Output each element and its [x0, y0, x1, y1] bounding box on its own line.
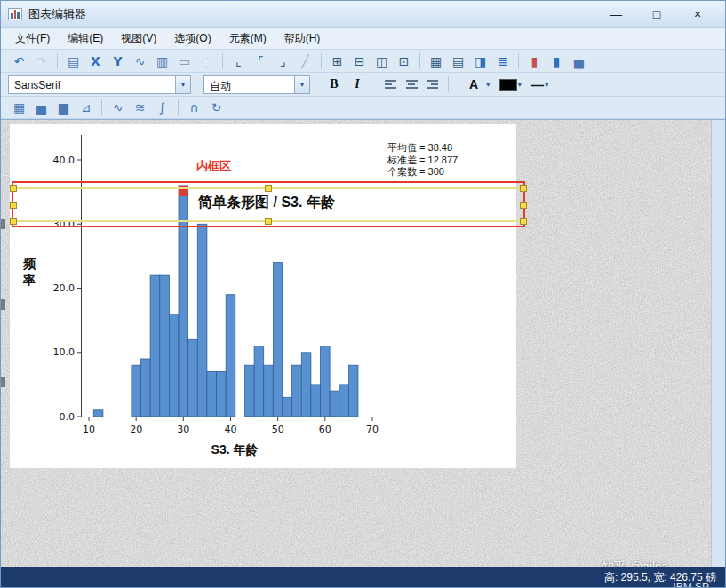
histogram-bar[interactable] [292, 365, 302, 417]
selection-handle[interactable] [265, 218, 272, 225]
text-color-button[interactable]: A ▾ [462, 75, 491, 94]
histogram-bar[interactable] [169, 314, 179, 417]
histogram-bar[interactable] [348, 365, 358, 417]
insert-chart-icon[interactable]: ▥ [151, 52, 173, 71]
selection-handle[interactable] [520, 185, 527, 192]
add-distribution-curve-icon[interactable]: ∩ [183, 98, 205, 117]
add-histogram-icon[interactable]: ▅ [568, 52, 590, 71]
menu-view[interactable]: 视图(V) [112, 28, 165, 50]
menu-elements[interactable]: 元素(M) [220, 28, 275, 50]
chart-canvas[interactable]: 0.010.020.030.040.010203040506070 平均值 = … [10, 124, 516, 468]
x-axis-title[interactable]: S3. 年龄 [81, 442, 388, 458]
y-tick-label[interactable]: 10.0 [53, 346, 76, 358]
hide-grid-icon[interactable]: ▤ [447, 52, 469, 71]
add-dual-bar-element-icon[interactable]: ▆ [52, 98, 75, 117]
x-tick-label[interactable]: 50 [272, 424, 284, 435]
histogram-bar[interactable] [197, 224, 207, 417]
line-style-button[interactable]: — ▾ [531, 77, 549, 92]
histogram-bar[interactable] [264, 365, 274, 417]
align-right-button[interactable] [422, 75, 443, 94]
y-tick-label[interactable]: 20.0 [53, 282, 76, 294]
text-style-icon[interactable]: ≣ [491, 52, 514, 71]
redo-icon[interactable]: ↷ [30, 52, 52, 71]
add-fit-line-total-icon[interactable]: ∿ [107, 98, 129, 117]
pan-chart-icon[interactable]: ▭ [173, 52, 195, 71]
undo-icon[interactable]: ↶ [8, 52, 30, 71]
chart-gallery-icon[interactable]: ▦ [8, 98, 30, 117]
fit-line-icon[interactable]: ∿ [129, 52, 151, 71]
selection-handle[interactable] [10, 185, 17, 192]
chevron-down-icon[interactable]: ▾ [294, 76, 309, 93]
outer-frame-icon[interactable]: ◫ [371, 52, 393, 71]
histogram-bar[interactable] [301, 353, 311, 417]
swap-axes-icon[interactable]: ⌟ [272, 52, 294, 71]
histogram-bar[interactable] [207, 371, 217, 417]
align-left-button[interactable] [379, 75, 401, 94]
histogram-bar[interactable] [330, 391, 339, 417]
x-tick-label[interactable]: 20 [130, 424, 142, 435]
y-tick-label[interactable]: 0.0 [60, 411, 76, 423]
histogram-bar[interactable] [150, 275, 160, 417]
x-tick-label[interactable]: 30 [177, 424, 189, 435]
y-axis-title[interactable]: 频率 [22, 256, 36, 288]
selection-handle[interactable] [265, 185, 272, 192]
histogram-bar[interactable] [254, 346, 264, 417]
histogram-bar[interactable] [321, 346, 331, 417]
transpose-chart-icon[interactable]: ⊞ [326, 52, 348, 71]
add-bar-element-icon[interactable]: ▅ [30, 98, 52, 117]
select-y-axis-icon[interactable]: Y [107, 52, 129, 71]
histogram-bar[interactable] [141, 359, 151, 417]
histogram-bar[interactable] [160, 275, 170, 417]
y-axis-scale-icon[interactable]: ⌞ [227, 52, 250, 71]
selection-handle[interactable] [520, 218, 527, 225]
add-fit-line-subgroups-icon[interactable]: ≋ [129, 98, 151, 117]
y-tick-label[interactable]: 40.0 [53, 155, 76, 166]
histogram-bar[interactable] [311, 385, 321, 417]
histogram-bar[interactable] [132, 365, 141, 417]
add-line-element-icon[interactable]: ⊿ [75, 98, 97, 117]
right-scrollbar[interactable] [711, 120, 725, 567]
inner-frame-icon[interactable]: ⊡ [393, 52, 415, 71]
menu-options[interactable]: 选项(O) [165, 28, 219, 50]
histogram-bar[interactable] [188, 339, 198, 417]
histogram-bar[interactable] [226, 295, 235, 417]
goto-data-icon[interactable]: ▤ [62, 52, 84, 71]
chart-statistics[interactable]: 平均值 = 38.48 标准差 = 12.877 个案数 = 300 [387, 142, 458, 179]
show-data-labels-icon[interactable]: ▮ [546, 52, 568, 71]
data-label-mode-icon[interactable]: ▮ [523, 52, 546, 71]
histogram-bar[interactable] [217, 371, 227, 417]
x-tick-label[interactable]: 70 [366, 424, 379, 435]
x-tick-label[interactable]: 40 [225, 424, 237, 435]
chart-title[interactable]: 简单条形图 / S3. 年龄 [10, 194, 523, 212]
panel-frame-icon[interactable]: ⊟ [348, 52, 371, 71]
histogram-bar[interactable] [339, 385, 349, 417]
x-tick-label[interactable]: 10 [83, 424, 95, 435]
x-tick-label[interactable]: 60 [319, 424, 331, 435]
align-center-button[interactable] [401, 75, 422, 94]
diagonal-reference-icon[interactable]: ╱ [294, 52, 316, 71]
histogram-bar[interactable] [273, 263, 283, 417]
x-axis-scale-icon[interactable]: ⌜ [250, 52, 272, 71]
menu-edit[interactable]: 编辑(E) [59, 28, 112, 50]
italic-button[interactable]: I [346, 75, 369, 94]
minimize-button[interactable]: — [595, 2, 636, 27]
show-legend-icon[interactable]: ◨ [469, 52, 491, 71]
select-x-axis-icon[interactable]: X [84, 52, 107, 71]
lasso-select-icon[interactable]: ◌ [195, 52, 218, 71]
rotate-chart-icon[interactable]: ↻ [205, 98, 227, 117]
close-button[interactable]: × [677, 2, 718, 27]
font-style-select[interactable]: 自动 ▾ [203, 75, 310, 94]
add-interpolation-line-icon[interactable]: ∫ [151, 98, 173, 117]
selection-handle[interactable] [10, 218, 17, 225]
chevron-down-icon[interactable]: ▾ [175, 76, 190, 93]
menu-file[interactable]: 文件(F) [6, 28, 59, 50]
fill-color-button[interactable]: ▾ [499, 79, 523, 91]
bold-button[interactable]: B [323, 75, 346, 94]
histogram-bar[interactable] [245, 365, 255, 417]
histogram-bar[interactable] [283, 397, 292, 417]
show-grid-icon[interactable]: ▦ [425, 52, 447, 71]
menu-help[interactable]: 帮助(H) [275, 28, 330, 50]
font-family-select[interactable]: SansSerif ▾ [8, 75, 191, 94]
histogram-bar[interactable] [93, 410, 103, 417]
maximize-button[interactable]: □ [636, 2, 677, 27]
